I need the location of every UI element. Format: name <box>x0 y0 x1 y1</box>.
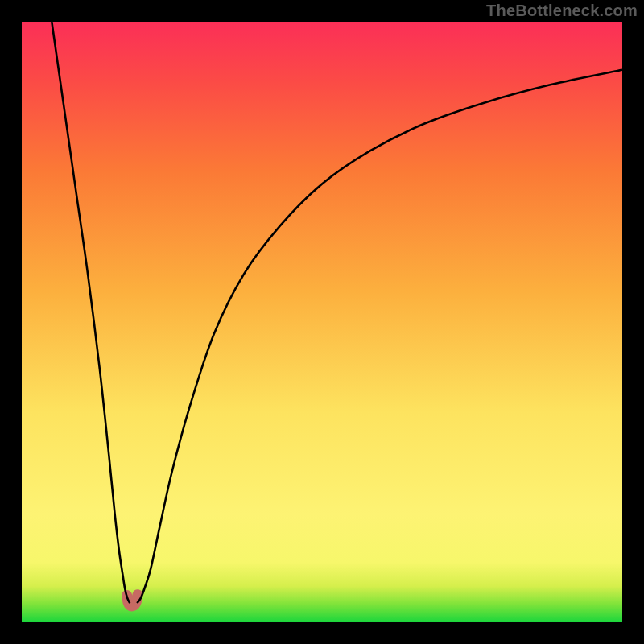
bottleneck-chart <box>0 0 644 644</box>
plot-area <box>22 22 622 622</box>
chart-frame: TheBottleneck.com <box>0 0 644 644</box>
watermark-text: TheBottleneck.com <box>486 2 638 20</box>
